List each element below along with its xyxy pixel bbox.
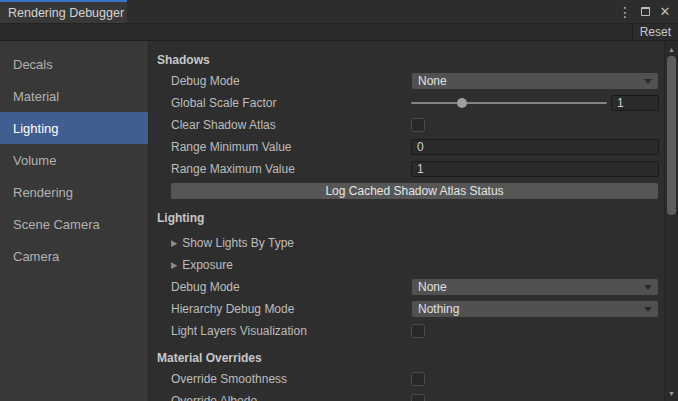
- scrollbar-up-icon[interactable]: ▲: [665, 43, 678, 55]
- tab-rendering-debugger[interactable]: Rendering Debugger: [0, 0, 127, 23]
- field-label: Override Smoothness: [171, 372, 287, 386]
- field-label: Hierarchy Debug Mode: [171, 302, 294, 316]
- row-light-layers-visualization: Light Layers Visualization: [149, 320, 664, 342]
- override-albedo-checkbox[interactable]: [411, 394, 425, 401]
- sidebar-item-rendering[interactable]: Rendering: [0, 176, 148, 208]
- slider-track: [411, 102, 607, 104]
- reset-button[interactable]: Reset: [632, 24, 678, 40]
- field-label: Light Layers Visualization: [171, 324, 307, 338]
- toolbar: Reset: [0, 24, 678, 41]
- close-icon[interactable]: ✕: [656, 3, 674, 21]
- global-scale-factor-slider[interactable]: [411, 96, 607, 110]
- log-cached-shadow-atlas-button[interactable]: Log Cached Shadow Atlas Status: [170, 182, 659, 200]
- widget-slot: [411, 324, 425, 338]
- section-header-material-overrides: Material Overrides: [149, 348, 664, 368]
- widget-slot: [411, 118, 425, 132]
- dropdown-value: None: [418, 280, 644, 294]
- field-label: Override Albedo: [171, 394, 257, 401]
- sidebar-item-decals[interactable]: Decals: [0, 48, 148, 80]
- sidebar-item-camera[interactable]: Camera: [0, 240, 148, 272]
- row-log-cached-shadow-atlas: Log Cached Shadow Atlas Status: [149, 180, 664, 202]
- row-clear-shadow-atlas: Clear Shadow Atlas: [149, 114, 664, 136]
- clear-shadow-atlas-checkbox[interactable]: [411, 118, 425, 132]
- window-controls: ⋮ ✕: [616, 0, 678, 23]
- row-hierarchy-debug-mode: Hierarchy Debug Mode Nothing: [149, 298, 664, 320]
- field-label: Debug Mode: [171, 280, 240, 294]
- row-shadows-debug-mode: Debug Mode None: [149, 70, 664, 92]
- global-scale-factor-value[interactable]: 1: [611, 95, 659, 111]
- sidebar-item-volume[interactable]: Volume: [0, 144, 148, 176]
- shadows-debug-mode-dropdown[interactable]: None: [411, 72, 659, 90]
- range-maximum-input[interactable]: 1: [411, 161, 659, 177]
- foldout-exposure[interactable]: ▶ Exposure: [149, 254, 664, 276]
- settings-panel: Shadows Debug Mode None Global Scale Fac…: [149, 41, 664, 401]
- slider-handle[interactable]: [457, 98, 467, 108]
- row-override-albedo: Override Albedo: [149, 390, 664, 401]
- global-scale-factor-widget: 1: [411, 95, 659, 111]
- rendering-debugger-window: Rendering Debugger ⋮ ✕ Reset Decals Mate…: [0, 0, 678, 401]
- widget-slot: [411, 394, 425, 401]
- section-header-shadows: Shadows: [149, 50, 664, 70]
- chevron-down-icon: [644, 79, 652, 84]
- row-range-minimum: Range Minimum Value 0: [149, 136, 664, 158]
- chevron-down-icon: [644, 307, 652, 312]
- chevron-down-icon: [644, 285, 652, 290]
- dropdown-value: Nothing: [418, 302, 644, 316]
- foldout-show-lights-by-type[interactable]: ▶ Show Lights By Type: [149, 232, 664, 254]
- menu-icon[interactable]: ⋮: [616, 3, 634, 21]
- field-label: Clear Shadow Atlas: [171, 118, 276, 132]
- field-label: Global Scale Factor: [171, 96, 276, 110]
- row-global-scale-factor: Global Scale Factor 1: [149, 92, 664, 114]
- field-label: Range Maximum Value: [171, 162, 295, 176]
- sidebar-item-lighting[interactable]: Lighting: [0, 112, 148, 144]
- row-override-smoothness: Override Smoothness: [149, 368, 664, 390]
- foldout-label: Show Lights By Type: [182, 236, 294, 250]
- range-minimum-input[interactable]: 0: [411, 139, 659, 155]
- titlebar: Rendering Debugger ⋮ ✕: [0, 0, 678, 24]
- foldout-arrow-icon: ▶: [171, 238, 177, 248]
- dropdown-value: None: [418, 74, 644, 88]
- row-lighting-debug-mode: Debug Mode None: [149, 276, 664, 298]
- maximize-icon[interactable]: [636, 3, 654, 21]
- row-range-maximum: Range Maximum Value 1: [149, 158, 664, 180]
- foldout-label: Exposure: [182, 258, 233, 272]
- tab-title: Rendering Debugger: [8, 6, 124, 20]
- vertical-scrollbar[interactable]: ▲ ▼: [664, 41, 678, 401]
- hierarchy-debug-mode-dropdown[interactable]: Nothing: [411, 300, 659, 318]
- widget-slot: [411, 372, 425, 386]
- field-label: Range Minimum Value: [171, 140, 292, 154]
- foldout-arrow-icon: ▶: [171, 260, 177, 270]
- field-label: Debug Mode: [171, 74, 240, 88]
- override-smoothness-checkbox[interactable]: [411, 372, 425, 386]
- window-body: Decals Material Lighting Volume Renderin…: [0, 41, 678, 401]
- maximize-glyph: [641, 7, 650, 16]
- section-header-lighting: Lighting: [149, 208, 664, 228]
- sidebar: Decals Material Lighting Volume Renderin…: [0, 41, 149, 401]
- scrollbar-thumb[interactable]: [667, 56, 676, 215]
- lighting-debug-mode-dropdown[interactable]: None: [411, 278, 659, 296]
- sidebar-item-scene-camera[interactable]: Scene Camera: [0, 208, 148, 240]
- light-layers-visualization-checkbox[interactable]: [411, 324, 425, 338]
- sidebar-item-material[interactable]: Material: [0, 80, 148, 112]
- scrollbar-down-icon[interactable]: ▼: [665, 387, 678, 399]
